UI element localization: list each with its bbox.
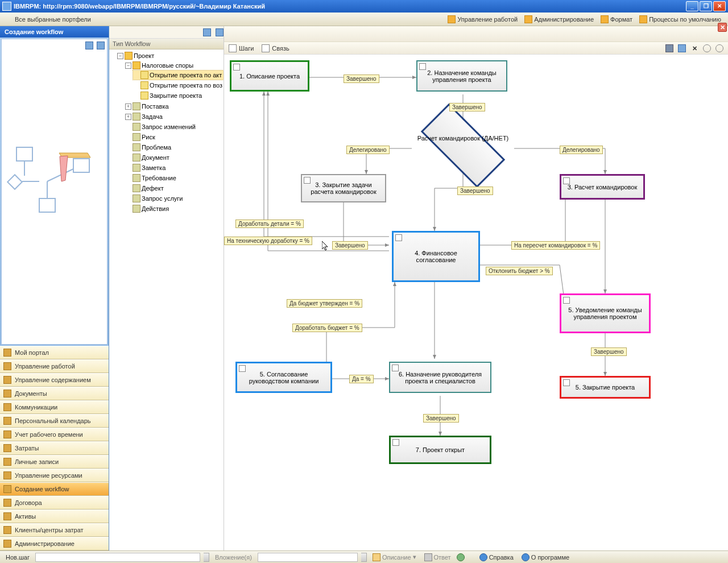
tree-node[interactable]: +Задача (125, 112, 224, 121)
node-7-project-open[interactable]: 7. Проект открыт (389, 436, 491, 464)
node-6-assign-lead[interactable]: 6. Назначение руководителя проекта и спе… (389, 362, 491, 393)
tree-node[interactable]: Заметка (125, 163, 224, 172)
tree-node-project[interactable]: −Проект (117, 51, 224, 60)
zoom-in-icon[interactable] (703, 44, 711, 52)
nav-item[interactable]: Личные записи (0, 455, 109, 469)
edge-label-budget-rework: Доработать бюджет = % (292, 324, 362, 332)
toolbar-format[interactable]: Формат (597, 15, 636, 23)
toolbar-link[interactable]: Связь (262, 44, 289, 52)
delete-icon[interactable]: ✕ (690, 44, 698, 52)
edge-label-recalc: На пересчет командировок = % (511, 241, 600, 250)
edge-label-done: Завершено (449, 103, 485, 111)
document-icon (304, 177, 311, 184)
newstep-dropdown[interactable] (204, 553, 209, 562)
tree-node[interactable]: +Поставка (125, 102, 224, 111)
newstep-input[interactable] (35, 553, 200, 562)
node-4-financial-approval[interactable]: 4. Финансовое согласование (392, 231, 480, 282)
toolbar-work-management[interactable]: Управление работой (444, 15, 521, 23)
document-icon (392, 365, 399, 371)
tree-node[interactable]: Документ (125, 153, 224, 162)
workflow-canvas[interactable]: 1. Описание проекта 2. Назначение команд… (224, 55, 728, 550)
attachments-label: Вложение(я) (213, 554, 254, 561)
nav-item[interactable]: Клиенты/центры затрат (0, 523, 109, 537)
print-icon[interactable] (85, 42, 93, 49)
nav-item[interactable]: Договора (0, 496, 109, 510)
process-icon (639, 15, 647, 23)
node-3b-calc-trips[interactable]: 3. Расчет командировок (560, 174, 645, 200)
nav-item[interactable]: Мой портал (0, 346, 109, 359)
print-icon[interactable] (678, 44, 686, 52)
tree-leaf[interactable]: Открытие проекта по акт (133, 71, 224, 80)
tree-node[interactable]: Запрос услуги (125, 194, 224, 203)
node-decision-trips[interactable]: Расчет командировок (ДА/НЕТ) (406, 120, 520, 171)
toolbar-steps[interactable]: Шаги (229, 44, 254, 52)
link-icon (262, 44, 270, 52)
zoom-out-icon[interactable] (715, 44, 723, 52)
nav-item[interactable]: Персональный календарь (0, 414, 109, 428)
print-icon[interactable] (203, 28, 211, 36)
note-icon (373, 553, 380, 561)
document-icon (233, 64, 240, 71)
node-5c-close-project[interactable]: 5. Закрытие проекта (560, 376, 651, 399)
panel-close-icon[interactable]: ✕ (718, 23, 727, 32)
tree-node-tax-disputes[interactable]: −Налоговые споры (125, 61, 224, 70)
nav-item[interactable]: Активы (0, 510, 109, 523)
tree-node[interactable]: Требование (125, 173, 224, 183)
tree-node[interactable]: Дефект (125, 184, 224, 193)
nav-item[interactable]: Затраты (0, 441, 109, 455)
node-2-team-assignment[interactable]: 2. Назначение команды управления проекта (416, 60, 507, 92)
toolbar-default-processes[interactable]: Процессы по умолчанию (636, 15, 725, 23)
edge-label-details: Доработать детали = % (235, 220, 304, 228)
edge-label-done: Завершено (457, 187, 493, 195)
workflow-tree[interactable]: −Проект −Налоговые споры Открытие проект… (109, 49, 224, 550)
preview-diagram (5, 142, 102, 233)
document-icon (392, 439, 399, 446)
node-5b-notify-team[interactable]: 5. Уведомление команды управления проект… (560, 293, 651, 333)
reply-button[interactable]: Ответ (422, 553, 453, 561)
nav-item[interactable]: Учет рабочего времени (0, 428, 109, 441)
document-icon (563, 177, 570, 184)
app-icon (2, 2, 11, 11)
refresh-icon[interactable] (457, 553, 465, 561)
help-button[interactable]: Справка (477, 553, 516, 561)
tree-node[interactable]: Запрос изменений (125, 122, 224, 131)
node-5a-management-approval[interactable]: 5. Согласование руководством компании (235, 362, 332, 393)
edge-label-budget-yes: Да бюджет утвержден = % (287, 299, 362, 308)
toolbar-admin[interactable]: Администрирование (521, 15, 597, 23)
node-1-description[interactable]: 1. Описание проекта (230, 60, 309, 92)
refresh-icon[interactable] (97, 42, 105, 49)
nav-item[interactable]: Документы (0, 387, 109, 400)
tree-leaf[interactable]: Закрытие проекта (133, 91, 224, 100)
edge-label-delegated: Делегировано (346, 146, 390, 154)
nav-item[interactable]: Управление работой (0, 359, 109, 373)
document-icon (239, 365, 246, 372)
attachments-dropdown[interactable] (361, 553, 367, 562)
tree-leaf[interactable]: Открытие проекта по воз (133, 81, 224, 90)
minimize-button[interactable]: _ (686, 1, 698, 11)
save-icon[interactable] (665, 44, 673, 52)
edge-label-yes: Да = % (349, 375, 374, 383)
nav-item[interactable]: Коммуникации (0, 400, 109, 414)
nav-item[interactable]: Администрирование (0, 537, 109, 550)
nav-item[interactable]: Управление содержанием (0, 373, 109, 387)
tree-node[interactable]: Действия (125, 204, 224, 213)
nav-item[interactable]: Создание workflow (0, 482, 109, 496)
refresh-icon[interactable] (216, 28, 224, 36)
nav-item[interactable]: Управление ресурсами (0, 469, 109, 482)
tree-node[interactable]: Проблема (125, 143, 224, 152)
info-icon (522, 553, 530, 561)
edge-label-done: Завершено (423, 414, 459, 423)
close-button[interactable]: ✕ (713, 1, 726, 11)
edge-label-reject: Отклонить бюджет > % (486, 267, 553, 275)
node-3a-close-task[interactable]: 3. Закрытие задачи расчета командировок (301, 174, 386, 202)
tree-node[interactable]: Риск (125, 133, 224, 142)
app-toolbar: Все выбранные портфели Управление работо… (0, 13, 728, 26)
description-button[interactable]: Описание▾ (370, 553, 419, 561)
nav-icon (3, 403, 11, 411)
about-button[interactable]: О программе (519, 553, 572, 561)
attachments-input[interactable] (258, 553, 358, 562)
portfolio-label[interactable]: Все выбранные портфели (3, 16, 102, 23)
nav-icon (3, 349, 11, 357)
maximize-button[interactable]: ❐ (700, 1, 712, 11)
nav-icon (3, 376, 11, 384)
